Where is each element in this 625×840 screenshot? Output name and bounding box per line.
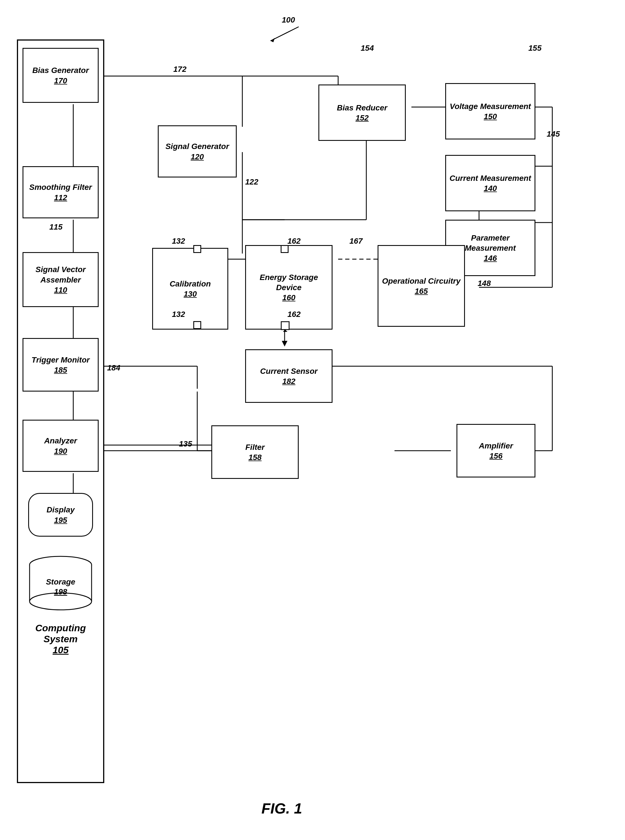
bias-reducer-box: Bias Reducer 152 <box>319 84 406 141</box>
ref-162b: 162 <box>288 310 301 319</box>
switch-162-top <box>281 245 289 253</box>
signal-vector-label: Signal Vector Assembler <box>23 264 98 285</box>
current-sensor-label: Current Sensor <box>260 366 317 376</box>
energy-storage-label: Energy Storage Device <box>246 272 332 293</box>
ref-167: 167 <box>350 237 363 245</box>
ref-100: 100 <box>282 16 295 25</box>
amplifier-box: Amplifier 156 <box>457 424 535 477</box>
voltage-measurement-box: Voltage Measurement 150 <box>445 83 535 140</box>
current-measurement-num: 140 <box>484 184 497 193</box>
trigger-monitor-box: Trigger Monitor 185 <box>23 338 99 391</box>
operational-circuitry-label: Operational Circuitry <box>382 276 461 286</box>
signal-generator-num: 120 <box>191 152 204 161</box>
diagram: 100 Bias Generator 170 Smoothing Filter … <box>0 0 625 840</box>
voltage-measurement-label: Voltage Measurement <box>450 101 531 112</box>
bias-reducer-num: 152 <box>356 113 369 123</box>
svg-marker-23 <box>282 341 288 346</box>
operational-circuitry-num: 165 <box>415 287 428 296</box>
switch-132-top <box>193 245 201 253</box>
svg-marker-1 <box>271 38 275 42</box>
svg-text:198: 198 <box>54 587 67 596</box>
display-num: 195 <box>54 516 67 525</box>
storage-box: Storage 198 <box>28 555 93 611</box>
ref-155: 155 <box>529 43 542 53</box>
calibration-box: Calibration 130 <box>152 248 228 329</box>
filter-label: Filter <box>246 442 264 452</box>
ref-122: 122 <box>245 177 258 186</box>
parameter-measurement-num: 146 <box>484 254 497 263</box>
trigger-monitor-num: 185 <box>54 366 67 375</box>
computing-system-outer-box <box>17 39 104 783</box>
operational-circuitry-box: Operational Circuitry 165 <box>378 245 465 327</box>
ref-162a: 162 <box>288 237 301 245</box>
voltage-measurement-num: 150 <box>484 112 497 121</box>
energy-storage-num: 160 <box>282 293 295 302</box>
bias-reducer-label: Bias Reducer <box>337 103 387 113</box>
ref-184: 184 <box>107 363 120 373</box>
amplifier-label: Amplifier <box>479 441 513 451</box>
ref-154: 154 <box>361 43 374 53</box>
calibration-num: 130 <box>184 290 197 298</box>
calibration-label: Calibration <box>169 279 211 289</box>
svg-rect-53 <box>281 322 289 329</box>
fig-label: FIG. 1 <box>225 800 338 817</box>
svg-line-0 <box>271 27 299 41</box>
display-label: Display <box>47 505 75 515</box>
smoothing-filter-box: Smoothing Filter 112 <box>23 166 99 218</box>
display-box: Display 195 <box>28 493 93 537</box>
svg-text:Storage: Storage <box>46 578 75 586</box>
amplifier-num: 156 <box>490 452 503 461</box>
switch-162-bottom <box>281 321 290 334</box>
bias-generator-label: Bias Generator <box>33 65 89 76</box>
trigger-monitor-label: Trigger Monitor <box>31 355 90 365</box>
ref-172: 172 <box>173 65 187 74</box>
current-sensor-box: Current Sensor 182 <box>245 349 333 403</box>
bias-generator-num: 170 <box>54 76 67 85</box>
switch-132-bottom <box>193 321 201 329</box>
ref-132b: 132 <box>172 310 185 319</box>
signal-generator-label: Signal Generator <box>165 141 229 152</box>
computing-system-label-group: Computing System 105 <box>23 623 99 655</box>
signal-vector-assembler-box: Signal Vector Assembler 110 <box>23 252 99 307</box>
ref-132a: 132 <box>172 237 185 245</box>
current-measurement-box: Current Measurement 140 <box>445 155 535 211</box>
current-sensor-num: 182 <box>282 377 295 386</box>
ref-145: 145 <box>547 130 560 138</box>
signal-generator-box: Signal Generator 120 <box>158 125 237 177</box>
ref-135: 135 <box>179 439 192 449</box>
filter-num: 158 <box>249 453 262 462</box>
ref-115: 115 <box>49 222 62 231</box>
smoothing-filter-label: Smoothing Filter <box>29 182 92 193</box>
current-measurement-label: Current Measurement <box>449 173 531 183</box>
analyzer-num: 190 <box>54 447 67 456</box>
analyzer-box: Analyzer 190 <box>23 420 99 472</box>
bias-generator-box: Bias Generator 170 <box>23 48 99 103</box>
computing-system-num: 105 <box>23 644 99 655</box>
smoothing-filter-num: 112 <box>54 193 67 202</box>
computing-system-label: Computing System <box>23 623 99 644</box>
filter-box: Filter 158 <box>211 425 299 479</box>
ref-148: 148 <box>477 279 491 288</box>
signal-vector-num: 110 <box>54 286 67 295</box>
analyzer-label: Analyzer <box>44 436 77 446</box>
